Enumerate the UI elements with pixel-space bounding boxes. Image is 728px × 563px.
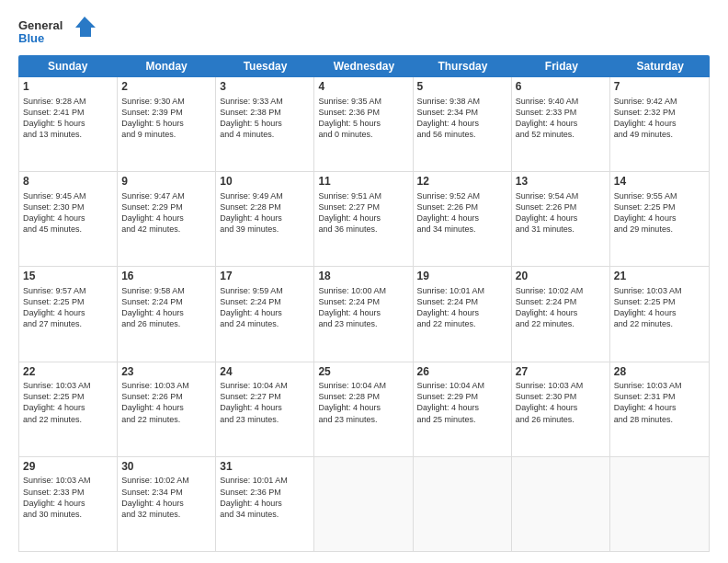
day-info: Sunrise: 10:01 AM Sunset: 2:24 PM Daylig… — [417, 285, 507, 330]
calendar-row-5: 29Sunrise: 10:03 AM Sunset: 2:33 PM Dayl… — [19, 457, 709, 551]
svg-text:General: General — [18, 18, 63, 32]
day-number: 17 — [220, 270, 310, 284]
day-cell-19: 19Sunrise: 10:01 AM Sunset: 2:24 PM Dayl… — [414, 267, 512, 361]
day-info: Sunrise: 10:02 AM Sunset: 2:34 PM Daylig… — [121, 475, 211, 520]
day-info: Sunrise: 9:49 AM Sunset: 2:28 PM Dayligh… — [220, 190, 310, 236]
day-info: Sunrise: 10:03 AM Sunset: 2:26 PM Daylig… — [121, 380, 211, 425]
svg-text:Blue: Blue — [18, 31, 44, 45]
day-info: Sunrise: 10:03 AM Sunset: 2:25 PM Daylig… — [614, 285, 705, 330]
header-cell-saturday: Saturday — [611, 55, 710, 77]
header-cell-sunday: Sunday — [18, 55, 117, 77]
day-info: Sunrise: 9:35 AM Sunset: 2:36 PM Dayligh… — [318, 96, 408, 141]
day-info: Sunrise: 10:01 AM Sunset: 2:36 PM Daylig… — [220, 475, 310, 520]
day-cell-29: 29Sunrise: 10:03 AM Sunset: 2:33 PM Dayl… — [19, 457, 118, 551]
day-number: 6 — [516, 80, 606, 95]
day-cell-7: 7Sunrise: 9:42 AM Sunset: 2:32 PM Daylig… — [610, 77, 709, 171]
day-number: 3 — [220, 80, 310, 95]
empty-cell-4-5 — [512, 457, 610, 551]
day-cell-15: 15Sunrise: 9:57 AM Sunset: 2:25 PM Dayli… — [19, 267, 118, 361]
day-info: Sunrise: 9:30 AM Sunset: 2:39 PM Dayligh… — [121, 96, 211, 141]
header-cell-friday: Friday — [512, 55, 610, 77]
day-cell-28: 28Sunrise: 10:03 AM Sunset: 2:31 PM Dayl… — [610, 362, 709, 456]
header-cell-thursday: Thursday — [414, 55, 512, 77]
day-info: Sunrise: 9:51 AM Sunset: 2:27 PM Dayligh… — [318, 190, 408, 236]
day-cell-5: 5Sunrise: 9:38 AM Sunset: 2:34 PM Daylig… — [414, 77, 512, 171]
day-info: Sunrise: 10:03 AM Sunset: 2:31 PM Daylig… — [614, 380, 705, 425]
empty-cell-4-6 — [610, 457, 709, 551]
day-info: Sunrise: 10:02 AM Sunset: 2:24 PM Daylig… — [516, 285, 606, 330]
empty-cell-4-4 — [414, 457, 512, 551]
empty-cell-4-3 — [314, 457, 413, 551]
day-info: Sunrise: 9:45 AM Sunset: 2:30 PM Dayligh… — [23, 190, 113, 236]
day-number: 10 — [220, 175, 310, 190]
page: General Blue SundayMondayTuesdayWednesda… — [0, 0, 728, 563]
day-info: Sunrise: 9:52 AM Sunset: 2:26 PM Dayligh… — [417, 190, 507, 236]
day-number: 23 — [121, 365, 211, 380]
day-info: Sunrise: 9:55 AM Sunset: 2:25 PM Dayligh… — [614, 190, 705, 236]
day-cell-16: 16Sunrise: 9:58 AM Sunset: 2:24 PM Dayli… — [118, 267, 216, 361]
day-number: 24 — [220, 365, 310, 380]
day-cell-26: 26Sunrise: 10:04 AM Sunset: 2:29 PM Dayl… — [414, 362, 512, 456]
day-info: Sunrise: 9:54 AM Sunset: 2:26 PM Dayligh… — [516, 190, 606, 236]
day-number: 31 — [220, 460, 310, 475]
day-number: 29 — [23, 460, 113, 475]
day-cell-8: 8Sunrise: 9:45 AM Sunset: 2:30 PM Daylig… — [19, 172, 118, 266]
day-info: Sunrise: 9:28 AM Sunset: 2:41 PM Dayligh… — [23, 96, 113, 141]
day-number: 20 — [516, 270, 606, 284]
header-cell-wednesday: Wednesday — [314, 55, 413, 77]
day-number: 7 — [614, 80, 705, 95]
day-number: 19 — [417, 270, 507, 284]
header-cell-monday: Monday — [117, 55, 215, 77]
day-cell-25: 25Sunrise: 10:04 AM Sunset: 2:28 PM Dayl… — [314, 362, 413, 456]
day-number: 9 — [121, 175, 211, 190]
day-info: Sunrise: 10:00 AM Sunset: 2:24 PM Daylig… — [318, 285, 408, 330]
day-info: Sunrise: 10:04 AM Sunset: 2:28 PM Daylig… — [318, 380, 408, 425]
day-number: 22 — [23, 365, 113, 380]
day-number: 16 — [121, 270, 211, 284]
day-cell-1: 1Sunrise: 9:28 AM Sunset: 2:41 PM Daylig… — [19, 77, 118, 171]
day-cell-20: 20Sunrise: 10:02 AM Sunset: 2:24 PM Dayl… — [512, 267, 610, 361]
day-info: Sunrise: 9:40 AM Sunset: 2:33 PM Dayligh… — [516, 96, 606, 141]
day-cell-31: 31Sunrise: 10:01 AM Sunset: 2:36 PM Dayl… — [216, 457, 314, 551]
logo: General Blue — [18, 15, 101, 48]
day-number: 13 — [516, 175, 606, 190]
day-cell-18: 18Sunrise: 10:00 AM Sunset: 2:24 PM Dayl… — [314, 267, 413, 361]
day-cell-9: 9Sunrise: 9:47 AM Sunset: 2:29 PM Daylig… — [118, 172, 216, 266]
day-number: 8 — [23, 175, 113, 190]
day-info: Sunrise: 9:58 AM Sunset: 2:24 PM Dayligh… — [121, 285, 211, 330]
day-info: Sunrise: 9:38 AM Sunset: 2:34 PM Dayligh… — [417, 96, 507, 141]
day-info: Sunrise: 9:57 AM Sunset: 2:25 PM Dayligh… — [23, 285, 113, 330]
day-number: 4 — [318, 80, 408, 95]
day-number: 27 — [516, 365, 606, 380]
day-number: 14 — [614, 175, 705, 190]
day-info: Sunrise: 10:03 AM Sunset: 2:33 PM Daylig… — [23, 475, 113, 520]
day-number: 28 — [614, 365, 705, 380]
day-info: Sunrise: 10:03 AM Sunset: 2:30 PM Daylig… — [516, 380, 606, 425]
day-info: Sunrise: 9:33 AM Sunset: 2:38 PM Dayligh… — [220, 96, 310, 141]
day-cell-12: 12Sunrise: 9:52 AM Sunset: 2:26 PM Dayli… — [414, 172, 512, 266]
day-cell-22: 22Sunrise: 10:03 AM Sunset: 2:25 PM Dayl… — [19, 362, 118, 456]
day-cell-27: 27Sunrise: 10:03 AM Sunset: 2:30 PM Dayl… — [512, 362, 610, 456]
calendar-row-4: 22Sunrise: 10:03 AM Sunset: 2:25 PM Dayl… — [19, 362, 709, 457]
day-number: 18 — [318, 270, 408, 284]
header-cell-tuesday: Tuesday — [216, 55, 314, 77]
day-info: Sunrise: 10:04 AM Sunset: 2:29 PM Daylig… — [417, 380, 507, 425]
day-cell-30: 30Sunrise: 10:02 AM Sunset: 2:34 PM Dayl… — [118, 457, 216, 551]
calendar-header: SundayMondayTuesdayWednesdayThursdayFrid… — [18, 55, 710, 77]
calendar-row-3: 15Sunrise: 9:57 AM Sunset: 2:25 PM Dayli… — [19, 267, 709, 362]
day-info: Sunrise: 9:42 AM Sunset: 2:32 PM Dayligh… — [614, 96, 705, 141]
day-number: 15 — [23, 270, 113, 284]
day-cell-13: 13Sunrise: 9:54 AM Sunset: 2:26 PM Dayli… — [512, 172, 610, 266]
day-number: 26 — [417, 365, 507, 380]
day-info: Sunrise: 9:47 AM Sunset: 2:29 PM Dayligh… — [121, 190, 211, 236]
day-number: 1 — [23, 80, 113, 95]
logo-svg: General Blue — [18, 15, 101, 48]
day-cell-10: 10Sunrise: 9:49 AM Sunset: 2:28 PM Dayli… — [216, 172, 314, 266]
day-number: 5 — [417, 80, 507, 95]
day-cell-24: 24Sunrise: 10:04 AM Sunset: 2:27 PM Dayl… — [216, 362, 314, 456]
day-info: Sunrise: 10:04 AM Sunset: 2:27 PM Daylig… — [220, 380, 310, 425]
day-number: 25 — [318, 365, 408, 380]
day-number: 11 — [318, 175, 408, 190]
header: General Blue — [18, 15, 710, 48]
day-number: 21 — [614, 270, 705, 284]
